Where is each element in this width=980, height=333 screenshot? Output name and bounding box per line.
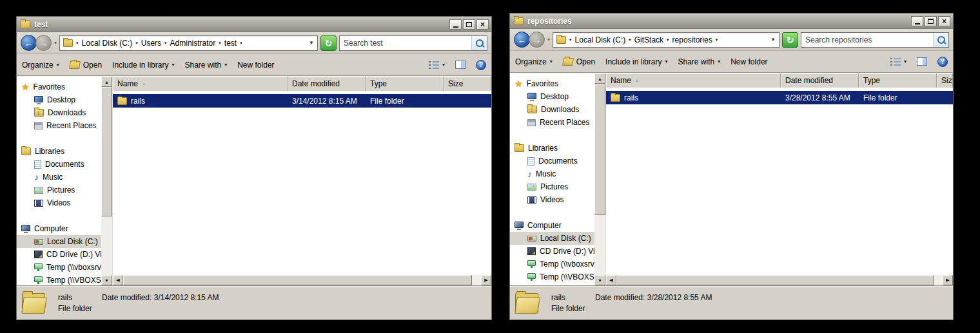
sidebar-item-downloads[interactable]: ↓Downloads [17,106,101,119]
sidebar-item-desktop[interactable]: Desktop [17,93,101,106]
sidebar-item-downloads[interactable]: ↓Downloads [510,103,594,116]
sidebar-item-desktop[interactable]: Desktop [510,90,594,103]
column-header-date-modified[interactable]: Date modified [288,77,366,91]
scroll-down-button[interactable]: ▼ [101,275,112,285]
sidebar-item-pictures[interactable]: Pictures [17,184,101,196]
file-row-rails[interactable]: rails 3/28/2012 8:55 AM File folder [606,91,953,104]
sidebar-item-recent-places[interactable]: Recent Places [17,119,101,132]
scrollbar-thumb[interactable] [123,275,472,285]
open-button[interactable]: Open [70,61,102,70]
sidebar-item-temp-vboxsrv[interactable]: Temp (\\vboxsrv) ( [17,261,101,274]
file-list-body[interactable]: rails 3/14/2012 8:15 AM File folder [113,91,491,275]
crumb-separator-icon[interactable]: ▾ [667,37,669,43]
include-in-library-button[interactable]: Include in library ▾ [112,61,174,70]
search-icon[interactable] [471,36,487,50]
sidebar-item-videos[interactable]: Videos [17,196,101,209]
scroll-left-button[interactable]: ◀ [113,275,123,285]
sidebar-item-computer[interactable]: Computer [17,222,101,235]
breadcrumb-item[interactable]: Users [141,39,161,48]
titlebar[interactable]: test × [17,17,491,32]
file-row-rails[interactable]: rails 3/14/2012 8:15 AM File folder [113,94,491,108]
search-input[interactable] [801,33,933,47]
column-header-size[interactable]: Size [937,73,953,88]
file-list-body[interactable]: rails 3/28/2012 8:55 AM File folder [606,88,953,275]
forward-button[interactable]: → [35,35,52,51]
sidebar-item-favorites[interactable]: ★Favorites [17,81,101,93]
column-header-type[interactable]: Type [859,73,937,88]
crumb-separator-icon[interactable]: ▾ [629,37,631,43]
sidebar-item-cd-drive-d[interactable]: CD Drive (D:) Virtua [17,248,101,261]
sidebar-item-favorites[interactable]: ★Favorites [510,77,594,90]
column-header-type[interactable]: Type [366,77,444,91]
breadcrumb[interactable]: ▾ Local Disk (C:) ▾ GitStack ▾ repositor… [553,32,779,48]
sidebar-scrollbar[interactable]: ▲ ▼ [101,77,112,285]
refresh-button[interactable]: ↻ [320,35,337,51]
column-header-name[interactable]: Name▲ [606,73,781,88]
sidebar-item-pictures[interactable]: Pictures [510,180,594,193]
history-chevron-icon[interactable]: ▾ [547,37,550,43]
share-with-button[interactable]: Share with ▾ [184,61,227,70]
crumb-separator-icon[interactable]: ▾ [76,41,79,46]
sidebar-item-temp-vboxsvr[interactable]: Temp (\\VBOXSVR) [510,271,594,283]
breadcrumb[interactable]: ▾ Local Disk (C:) ▾ Users ▾ Administrato… [59,35,318,51]
sidebar-item-music[interactable]: ♪Music [17,171,101,184]
column-header-name[interactable]: Name▲ [113,77,288,91]
new-folder-button[interactable]: New folder [730,57,767,66]
forward-button[interactable]: → [529,32,545,48]
close-button[interactable]: × [476,19,489,30]
share-with-button[interactable]: Share with ▾ [678,57,720,66]
crumb-separator-icon[interactable]: ▾ [164,41,167,46]
breadcrumb-item[interactable]: Administrator [170,39,216,48]
search-icon[interactable] [933,33,948,47]
sidebar-item-libraries[interactable]: Libraries [510,142,594,155]
views-button[interactable]: ▾ [890,58,906,66]
crumb-separator-icon[interactable]: ▾ [716,37,718,43]
scrollbar-thumb[interactable] [594,84,605,215]
breadcrumb-item[interactable]: Local Disk (C:) [575,35,626,44]
search-input[interactable] [340,36,471,50]
organize-button[interactable]: Organize ▾ [22,61,59,70]
refresh-button[interactable]: ↻ [782,32,798,48]
help-button[interactable]: ? [476,60,486,70]
scrollbar-thumb[interactable] [101,87,112,216]
sidebar-item-libraries[interactable]: Libraries [17,145,101,158]
sidebar-item-local-disk-c[interactable]: Local Disk (C:) [17,235,101,248]
sidebar-item-recent-places[interactable]: Recent Places [510,116,594,129]
close-button[interactable]: × [938,16,950,26]
scrollbar-track[interactable] [594,215,605,275]
sidebar-item-documents[interactable]: Documents [17,158,101,171]
horizontal-scrollbar[interactable]: ◀ ▶ [113,275,491,285]
crumb-separator-icon[interactable]: ▾ [240,41,242,46]
column-header-date-modified[interactable]: Date modified [781,73,859,88]
minimize-button[interactable] [449,19,462,30]
sidebar-item-computer[interactable]: Computer [510,219,594,232]
new-folder-button[interactable]: New folder [237,61,274,70]
maximize-button[interactable] [463,19,475,30]
sidebar-item-videos[interactable]: Videos [510,193,594,206]
sidebar-item-cd-drive-d[interactable]: CD Drive (D:) Virtua [510,245,594,258]
open-button[interactable]: Open [563,57,595,66]
breadcrumb-item[interactable]: test [224,39,237,48]
crumb-separator-icon[interactable]: ▾ [135,41,138,46]
scrollbar-track[interactable] [101,216,112,275]
scroll-up-button[interactable]: ▲ [101,77,112,87]
column-header-size[interactable]: Size [444,77,491,91]
sidebar-item-temp-vboxsrv[interactable]: Temp (\\vboxsrv) ( [510,258,594,271]
breadcrumb-item[interactable]: Local Disk (C:) [82,39,133,48]
maximize-button[interactable] [925,16,937,26]
crumb-separator-icon[interactable]: ▾ [569,37,572,43]
breadcrumb-item[interactable]: GitStack [634,35,663,44]
preview-pane-button[interactable] [917,57,927,66]
preview-pane-button[interactable] [455,61,466,69]
sidebar-item-temp-vboxsvr[interactable]: Temp (\\VBOXSVR) [17,274,101,285]
scroll-right-button[interactable]: ▶ [943,275,953,285]
horizontal-scrollbar[interactable]: ◀ ▶ [606,275,953,285]
views-button[interactable]: ▾ [429,61,445,69]
sidebar-item-music[interactable]: ♪Music [510,167,594,180]
scroll-left-button[interactable]: ◀ [606,275,616,285]
organize-button[interactable]: Organize ▾ [515,57,553,66]
crumb-separator-icon[interactable]: ▾ [219,41,221,46]
include-in-library-button[interactable]: Include in library ▾ [605,57,667,66]
help-button[interactable]: ? [937,57,948,67]
history-chevron-icon[interactable]: ▾ [54,40,57,46]
